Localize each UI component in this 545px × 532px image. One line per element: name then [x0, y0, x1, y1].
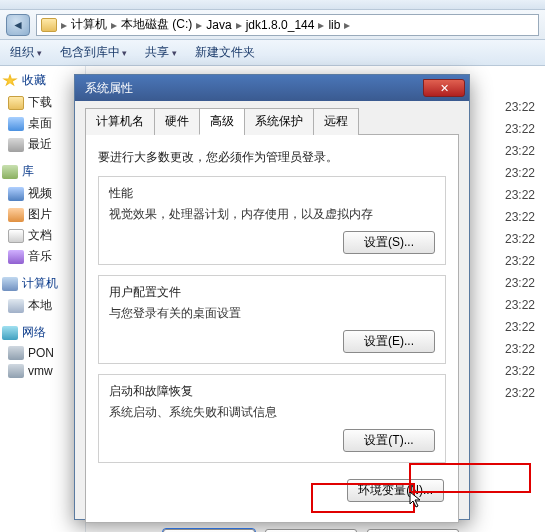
- tab-hardware[interactable]: 硬件: [154, 108, 200, 135]
- file-modified-time: 23:22: [505, 228, 535, 250]
- tab-computer-name[interactable]: 计算机名: [85, 108, 155, 135]
- window-titlebar: [0, 0, 545, 10]
- performance-settings-button[interactable]: 设置(S)...: [343, 231, 435, 254]
- dialog-titlebar[interactable]: 系统属性 ✕: [75, 75, 469, 101]
- chevron-right-icon: ▸: [236, 18, 242, 32]
- star-icon: [2, 74, 18, 88]
- library-icon: [2, 165, 18, 179]
- include-menu[interactable]: 包含到库中: [60, 44, 128, 61]
- disk-icon: [8, 299, 24, 313]
- sidebar-computer[interactable]: 计算机: [2, 275, 83, 292]
- picture-icon: [8, 208, 24, 222]
- tab-system-protection[interactable]: 系统保护: [244, 108, 314, 135]
- breadcrumb-item[interactable]: lib: [328, 18, 340, 32]
- breadcrumb[interactable]: ▸ 计算机 ▸ 本地磁盘 (C:) ▸ Java ▸ jdk1.8.0_144 …: [36, 14, 539, 36]
- file-modified-time: 23:22: [505, 294, 535, 316]
- network-node-icon: [8, 364, 24, 378]
- cursor-icon: [409, 491, 423, 509]
- group-desc: 与您登录有关的桌面设置: [109, 305, 435, 322]
- chevron-right-icon: ▸: [196, 18, 202, 32]
- startup-recovery-settings-button[interactable]: 设置(T)...: [343, 429, 435, 452]
- chevron-right-icon: ▸: [344, 18, 350, 32]
- navigation-bar: ◄ ▸ 计算机 ▸ 本地磁盘 (C:) ▸ Java ▸ jdk1.8.0_14…: [0, 10, 545, 40]
- computer-icon: [2, 277, 18, 291]
- share-menu[interactable]: 共享: [145, 44, 177, 61]
- file-modified-time: 23:22: [505, 162, 535, 184]
- group-title: 用户配置文件: [109, 284, 435, 301]
- sidebar-item-desktop[interactable]: 桌面: [2, 113, 83, 134]
- file-modified-time: 23:22: [505, 206, 535, 228]
- group-title: 性能: [109, 185, 435, 202]
- network-icon: [2, 326, 18, 340]
- environment-variables-button[interactable]: 环境变量(N)...: [347, 479, 444, 502]
- sidebar-libraries[interactable]: 库: [2, 163, 83, 180]
- user-profiles-settings-button[interactable]: 设置(E)...: [343, 330, 435, 353]
- file-modified-time: 23:22: [505, 250, 535, 272]
- tab-advanced[interactable]: 高级: [199, 108, 245, 135]
- group-startup-recovery: 启动和故障恢复 系统启动、系统失败和调试信息 设置(T)...: [98, 374, 446, 463]
- file-modified-time: 23:22: [505, 184, 535, 206]
- file-modified-time: 23:22: [505, 316, 535, 338]
- download-icon: [8, 96, 24, 110]
- modified-time-column: 23:2223:2223:2223:2223:2223:2223:2223:22…: [505, 96, 535, 404]
- breadcrumb-item[interactable]: 本地磁盘 (C:): [121, 16, 192, 33]
- chevron-right-icon: ▸: [111, 18, 117, 32]
- file-modified-time: 23:22: [505, 118, 535, 140]
- group-performance: 性能 视觉效果，处理器计划，内存使用，以及虚拟内存 设置(S)...: [98, 176, 446, 265]
- chevron-right-icon: ▸: [318, 18, 324, 32]
- folder-icon: [41, 18, 57, 32]
- sidebar-item-network[interactable]: vmw: [2, 362, 83, 380]
- dialog-body: 计算机名 硬件 高级 系统保护 远程 要进行大多数更改，您必须作为管理员登录。 …: [75, 101, 469, 519]
- file-modified-time: 23:22: [505, 338, 535, 360]
- organize-menu[interactable]: 组织: [10, 44, 42, 61]
- back-button[interactable]: ◄: [6, 14, 30, 36]
- breadcrumb-item[interactable]: 计算机: [71, 16, 107, 33]
- close-icon: ✕: [440, 82, 449, 95]
- breadcrumb-item[interactable]: jdk1.8.0_144: [246, 18, 315, 32]
- sidebar-item-recent[interactable]: 最近: [2, 134, 83, 155]
- file-modified-time: 23:22: [505, 360, 535, 382]
- breadcrumb-item[interactable]: Java: [206, 18, 231, 32]
- dialog-button-row: 确定 取消 应用(A): [85, 523, 459, 532]
- chevron-right-icon: ▸: [61, 18, 67, 32]
- file-modified-time: 23:22: [505, 140, 535, 162]
- recent-icon: [8, 138, 24, 152]
- sidebar-item-localdisk[interactable]: 本地: [2, 295, 83, 316]
- sidebar-item-network[interactable]: PON: [2, 344, 83, 362]
- video-icon: [8, 187, 24, 201]
- file-modified-time: 23:22: [505, 272, 535, 294]
- close-button[interactable]: ✕: [423, 79, 465, 97]
- newfolder-button[interactable]: 新建文件夹: [195, 44, 255, 61]
- sidebar-item-pictures[interactable]: 图片: [2, 204, 83, 225]
- group-desc: 视觉效果，处理器计划，内存使用，以及虚拟内存: [109, 206, 435, 223]
- sidebar-item-music[interactable]: 音乐: [2, 246, 83, 267]
- tab-remote[interactable]: 远程: [313, 108, 359, 135]
- document-icon: [8, 229, 24, 243]
- sidebar-item-downloads[interactable]: 下载: [2, 92, 83, 113]
- sidebar-item-videos[interactable]: 视频: [2, 183, 83, 204]
- system-properties-dialog: 系统属性 ✕ 计算机名 硬件 高级 系统保护 远程 要进行大多数更改，您必须作为…: [74, 74, 470, 520]
- sidebar-favorites[interactable]: 收藏: [2, 72, 83, 89]
- sidebar-item-documents[interactable]: 文档: [2, 225, 83, 246]
- toolbar: 组织 包含到库中 共享 新建文件夹: [0, 40, 545, 66]
- music-icon: [8, 250, 24, 264]
- desktop-icon: [8, 117, 24, 131]
- tab-page-advanced: 要进行大多数更改，您必须作为管理员登录。 性能 视觉效果，处理器计划，内存使用，…: [85, 135, 459, 523]
- sidebar-network[interactable]: 网络: [2, 324, 83, 341]
- admin-note: 要进行大多数更改，您必须作为管理员登录。: [98, 149, 446, 166]
- network-node-icon: [8, 346, 24, 360]
- file-modified-time: 23:22: [505, 96, 535, 118]
- group-desc: 系统启动、系统失败和调试信息: [109, 404, 435, 421]
- group-title: 启动和故障恢复: [109, 383, 435, 400]
- tab-strip: 计算机名 硬件 高级 系统保护 远程: [85, 107, 459, 135]
- file-modified-time: 23:22: [505, 382, 535, 404]
- group-user-profiles: 用户配置文件 与您登录有关的桌面设置 设置(E)...: [98, 275, 446, 364]
- dialog-title: 系统属性: [85, 80, 133, 97]
